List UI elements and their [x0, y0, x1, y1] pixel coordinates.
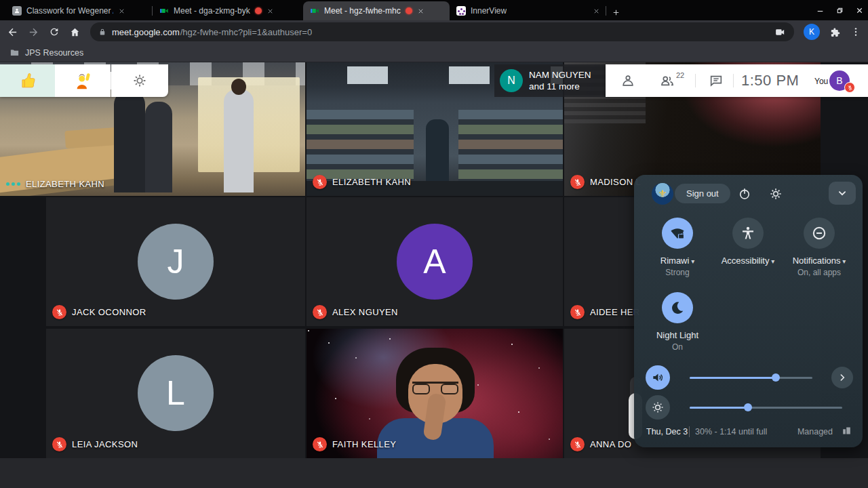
date-label[interactable]: Thu, Dec 3	[646, 427, 688, 436]
audio-settings-button[interactable]	[831, 367, 853, 388]
extensions-puzzle-icon[interactable]	[829, 26, 841, 38]
volume-knob[interactable]	[772, 373, 780, 382]
minimize-button[interactable]	[816, 6, 825, 15]
chevron-down-icon	[836, 187, 848, 199]
mic-muted-icon	[570, 305, 585, 319]
mic-muted-icon	[570, 175, 585, 189]
tab-close-icon[interactable]	[417, 7, 425, 15]
do-not-disturb-icon[interactable]	[804, 218, 835, 249]
accessibility-toggle[interactable]: Accessibility	[711, 218, 785, 266]
avatar-tile-jack-oconnor[interactable]: J JACK OCONNOR	[46, 197, 305, 326]
brightness-row	[634, 395, 863, 420]
tab-title: InnerView	[471, 6, 507, 16]
participant-avatar: A	[397, 224, 473, 300]
wifi-icon[interactable]	[662, 218, 693, 249]
power-button[interactable]	[734, 184, 755, 204]
chat-icon[interactable]	[709, 73, 724, 88]
avatar-tile-leia-jackson[interactable]: L LEIA JACKSON	[46, 329, 305, 458]
restore-button[interactable]	[835, 6, 844, 15]
raise-hand-reaction-button[interactable]	[55, 64, 111, 97]
mic-muted-icon	[52, 437, 66, 451]
night-light-toggle[interactable]: Night Light On	[640, 292, 715, 352]
tab-meet-dga[interactable]: Meet - dga-zkmg-byk	[153, 1, 303, 20]
camera-in-use-icon[interactable]	[774, 26, 786, 38]
scene-shape	[224, 89, 254, 192]
participant-avatar: N	[500, 69, 523, 92]
collapse-panel-button[interactable]	[829, 182, 856, 205]
managed-building-icon	[842, 426, 852, 436]
settings-gear-button[interactable]	[766, 184, 786, 204]
mic-muted-icon	[570, 437, 585, 451]
brightness-icon[interactable]	[646, 395, 670, 420]
tab-classwork[interactable]: Classwork for Wegener AP Calc	[5, 1, 152, 20]
meet-top-bar: 22 1:50 PM You B	[606, 64, 868, 97]
participant-avatar: J	[138, 224, 214, 300]
tab-close-icon[interactable]	[267, 7, 274, 15]
meet-favicon	[310, 6, 319, 16]
tab-title: Meet - dga-zkmg-byk	[174, 6, 250, 16]
tab-meet-hgz-active[interactable]: Meet - hgz-fwhe-mhc	[303, 1, 450, 20]
mic-muted-icon	[313, 437, 327, 451]
notifications-label[interactable]: Notifications	[782, 256, 856, 266]
reload-button[interactable]	[49, 26, 60, 37]
meet-clock: 1:50 PM	[741, 72, 799, 89]
recording-dot-icon	[255, 7, 262, 14]
participant-name: AIDEE HER	[590, 307, 640, 317]
address-bar[interactable]: meet.google.com/hgz-fwhe-mhc?pli=1&authu…	[90, 22, 794, 41]
participant-name: ANNA DO	[590, 439, 631, 449]
divider	[733, 74, 734, 87]
managed-label[interactable]: Managed	[797, 427, 833, 436]
tab-close-icon[interactable]	[593, 7, 600, 15]
network-toggle[interactable]: Rimawi Strong	[640, 218, 715, 277]
brightness-slider[interactable]	[690, 407, 842, 409]
bookmark-jps-resources[interactable]: JPS Resources	[25, 48, 83, 58]
video-tile-faith-kelley[interactable]: FAITH KELLEY	[307, 329, 563, 458]
tab-innerview[interactable]: InnerView	[450, 1, 606, 20]
network-status: Strong	[640, 268, 715, 277]
participant-frame-icon[interactable]	[620, 73, 635, 88]
volume-fill	[690, 377, 776, 379]
browser-menu-icon[interactable]	[850, 26, 861, 37]
participant-name: ELIZABETH KAHN	[332, 177, 411, 187]
avatar-tile-alex-nguyen[interactable]: A ALEX NGUYEN	[307, 197, 563, 326]
battery-status: 30% - 1:14 until full	[695, 427, 767, 436]
mic-muted-icon	[313, 305, 327, 319]
presence-name: NAM NGUYEN	[529, 70, 591, 80]
participant-name: MADISON L	[590, 177, 641, 187]
participant-count: 22	[676, 71, 684, 79]
moon-icon[interactable]	[662, 292, 693, 323]
folder-icon	[9, 47, 20, 58]
notifications-toggle[interactable]: Notifications On, all apps	[782, 218, 856, 277]
scene-shape	[145, 102, 172, 192]
your-mic-muted-icon	[844, 82, 855, 93]
speaker-icon[interactable]	[646, 365, 670, 390]
url-path: /hgz-fwhe-mhc?pli=1&authuser=0	[180, 27, 312, 37]
sign-out-button[interactable]: Sign out	[675, 184, 730, 203]
recording-dot-icon	[406, 7, 412, 14]
brightness-knob[interactable]	[744, 403, 752, 411]
reactions-bar	[0, 64, 168, 97]
network-label[interactable]: Rimawi	[640, 256, 715, 266]
forward-button[interactable]	[28, 26, 39, 38]
volume-row	[634, 365, 863, 390]
volume-slider[interactable]	[690, 377, 812, 379]
tab-close-icon[interactable]	[118, 7, 125, 15]
close-window-button[interactable]	[855, 6, 864, 15]
home-button[interactable]	[69, 26, 81, 38]
thumbs-up-reaction-button[interactable]	[0, 64, 55, 97]
participants-icon[interactable]	[660, 73, 675, 88]
new-tab-button[interactable]	[612, 8, 620, 17]
divider	[689, 426, 690, 437]
profile-avatar[interactable]: K	[804, 24, 820, 40]
presence-more: and 11 more	[529, 81, 580, 92]
meet-favicon	[159, 6, 169, 16]
reactions-settings-button[interactable]	[111, 64, 168, 97]
tab-title: Classwork for Wegener AP Calc	[26, 6, 113, 16]
night-light-status: On	[640, 342, 715, 352]
accessibility-label[interactable]: Accessibility	[711, 256, 785, 266]
chevron-right-icon	[837, 372, 848, 383]
scene-shape	[308, 330, 309, 331]
accessibility-icon[interactable]	[732, 218, 764, 249]
url-domain: meet.google.com	[112, 27, 180, 37]
back-button[interactable]	[7, 26, 18, 38]
